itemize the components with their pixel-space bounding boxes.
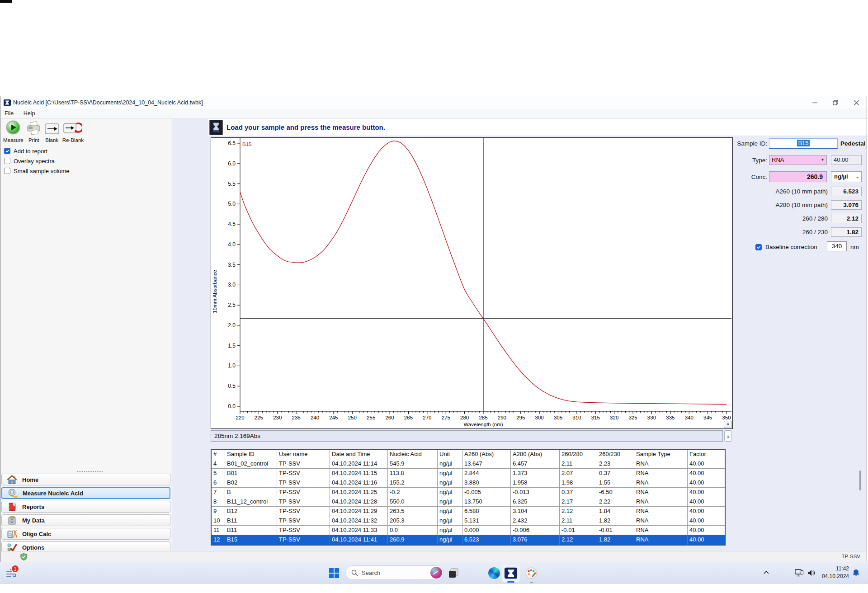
paint-app-icon[interactable] — [525, 567, 538, 579]
svg-text:255: 255 — [367, 415, 375, 420]
table-cell: -0.2 — [388, 488, 438, 497]
table-scrollbar[interactable] — [859, 471, 861, 490]
search-box[interactable]: Search — [345, 565, 444, 580]
table-cell: 04.10.2024 11:25 — [330, 488, 388, 497]
table-cell: 1.55 — [597, 478, 634, 487]
table-cell: 263.5 — [388, 507, 438, 516]
svg-text:285: 285 — [479, 415, 487, 420]
sidebar-item-oligo-calc[interactable]: Oligo Calc — [1, 528, 170, 540]
header-cell: 260/230 — [597, 450, 634, 459]
svg-text:260: 260 — [385, 415, 394, 420]
table-header-row: #Sample IDUser nameDate and TimeNucleic … — [212, 450, 725, 459]
table-row[interactable]: 7BTP-SSV04.10.2024 11:25-0.2ng/µl-0.005-… — [212, 488, 725, 497]
table-cell: 40.00 — [688, 459, 725, 468]
svg-text:275: 275 — [442, 415, 450, 420]
blank-button[interactable]: Blank — [44, 122, 60, 143]
table-cell: RNA — [634, 469, 688, 478]
toolbar: MeasurePrintBlankRe-Blank — [3, 120, 86, 143]
minimize-button[interactable] — [804, 96, 825, 109]
table-cell: ng/µl — [438, 488, 462, 497]
cursor-readout-bar: 285nm 2.169Abs — [211, 430, 723, 442]
table-cell: ng/µl — [438, 459, 462, 468]
table-cell: 2.22 — [597, 497, 634, 506]
metric-value: 2.12 — [831, 214, 862, 223]
screen-artifact — [0, 0, 12, 3]
svg-text:225: 225 — [255, 415, 263, 420]
baseline-checkbox[interactable] — [755, 243, 762, 251]
table-cell: 1.98 — [560, 478, 597, 487]
svg-text:1.5: 1.5 — [228, 343, 236, 349]
reports-icon — [6, 502, 18, 512]
sidebar-item-home[interactable]: Home — [1, 474, 170, 485]
start-button[interactable] — [329, 568, 340, 579]
table-cell: 1.82 — [597, 535, 634, 545]
table-cell: B12 — [225, 507, 277, 516]
table-cell: ng/µl — [438, 516, 462, 525]
notification-bell-icon[interactable] — [853, 569, 859, 577]
table-cell: ng/µl — [438, 535, 462, 545]
expand-table-button[interactable]: ⌄⌄ — [724, 430, 732, 442]
header-cell: Factor — [688, 450, 725, 459]
clock-date: 04.10.2024 — [817, 573, 849, 580]
table-cell: ng/µl — [438, 507, 462, 516]
edge-browser-icon[interactable] — [488, 567, 500, 579]
print-button[interactable]: Print — [26, 121, 42, 143]
table-row[interactable]: 11B11TP-SSV04.10.2024 11:330.0ng/µl0.000… — [212, 526, 725, 535]
table-row[interactable]: 9B12TP-SSV04.10.2024 11:29263.5ng/µl6.58… — [212, 507, 725, 516]
type-select[interactable]: RNA▼ — [769, 155, 827, 165]
checkbox-add-to-report[interactable]: Add to report — [4, 146, 70, 156]
sidebar-item-label: Options — [22, 544, 44, 551]
table-cell: ng/µl — [438, 526, 462, 535]
table-cell: 1.373 — [511, 469, 560, 478]
svg-text:350: 350 — [722, 415, 731, 420]
table-cell: 13.750 — [462, 497, 511, 506]
tray-clock[interactable]: 11:42 04.10.2024 — [817, 565, 849, 580]
checkbox-icon — [4, 148, 10, 154]
table-row[interactable]: 10B11TP-SSV04.10.2024 11:32205.3ng/µl5.1… — [212, 516, 725, 526]
table-row[interactable]: 5B01TP-SSV04.10.2024 11:15113.8ng/µl2.84… — [212, 469, 725, 478]
table-row-selected[interactable]: 12B15TP-SSV04.10.2024 11:41260.9ng/µl6.5… — [212, 535, 725, 545]
table-cell: RNA — [634, 526, 688, 535]
network-icon[interactable] — [795, 569, 804, 577]
tray-chevron-icon[interactable] — [763, 570, 769, 575]
volume-icon[interactable] — [807, 569, 816, 576]
header-cell: A260 (Abs) — [462, 450, 511, 459]
factor-field[interactable]: 40.00 — [831, 155, 862, 165]
table-cell: B11 — [225, 526, 277, 535]
table-cell: TP-SSV — [277, 526, 330, 535]
table-cell: RNA — [634, 488, 688, 497]
clock-time: 11:42 — [817, 565, 849, 573]
nucleic-acid-taskbar-icon[interactable] — [502, 564, 520, 582]
sidebar-item-my-data[interactable]: My Data — [1, 514, 170, 526]
table-cell: 2.07 — [560, 469, 597, 478]
baseline-wavelength-field[interactable]: 340 — [827, 241, 847, 251]
measure-button[interactable]: Measure — [3, 120, 24, 143]
menu-file[interactable]: File — [0, 109, 18, 118]
reblank-button[interactable]: Re-Blank — [62, 122, 84, 143]
sidebar-item-label: Measure Nucleic Acid — [23, 490, 83, 497]
conc-field[interactable]: 260.9 — [769, 171, 827, 182]
table-row[interactable]: 4B01_02_controlTP-SSV04.10.2024 11:14545… — [212, 459, 725, 469]
table-cell: B15 — [225, 535, 277, 545]
unit-select[interactable]: ng/µl⌄ — [831, 171, 862, 182]
svg-text:2.5: 2.5 — [228, 302, 236, 308]
sample-id-input[interactable]: B15 — [769, 138, 838, 149]
close-button[interactable] — [846, 96, 867, 109]
table-row[interactable]: 8B11_12_controlTP-SSV04.10.2024 11:28550… — [212, 497, 725, 507]
spectrum-plot[interactable]: 0.00.51.01.52.02.53.03.54.04.55.05.56.06… — [211, 138, 732, 428]
table-cell: 40.00 — [688, 469, 725, 478]
sidebar-item-measure-nucleic-acid[interactable]: Measure Nucleic Acid — [1, 487, 170, 499]
x-axis-title: Wavelength (nm) — [463, 422, 503, 427]
menu-help[interactable]: Help — [19, 109, 39, 118]
table-row[interactable]: 6B02TP-SSV04.10.2024 11:16155.2ng/µl3.88… — [212, 478, 725, 488]
table-cell: -0.01 — [597, 526, 634, 535]
checkbox-overlay-spectra[interactable]: Overlay spectra — [4, 156, 70, 166]
task-view-button[interactable] — [448, 567, 459, 579]
table-cell: 3.104 — [511, 507, 560, 516]
sidebar-item-reports[interactable]: Reports — [1, 501, 170, 513]
collapse-panel-button[interactable]: « — [724, 421, 732, 428]
splitter-handle[interactable] — [77, 471, 103, 472]
restore-button[interactable] — [825, 96, 846, 109]
checkbox-small-sample-volume[interactable]: Small sample volume — [4, 166, 70, 176]
svg-text:3.5: 3.5 — [228, 262, 236, 268]
